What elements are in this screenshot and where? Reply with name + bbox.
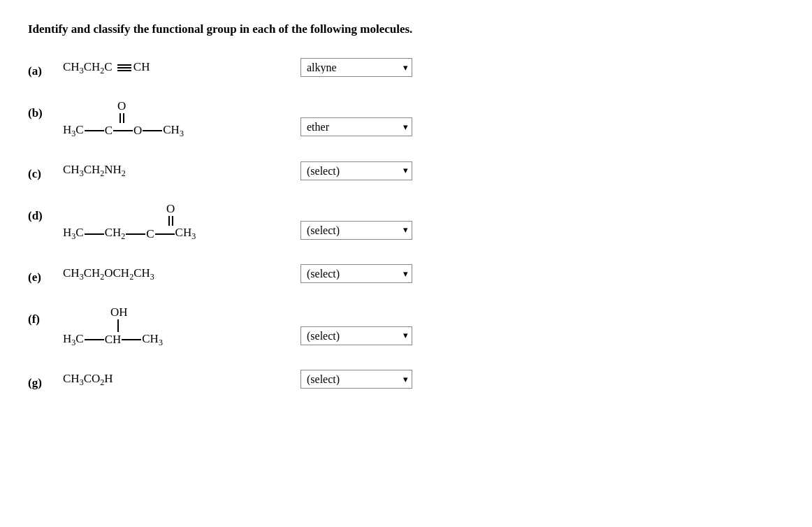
- problem-row-e: (e) CH3CH2OCH2CH3 (select) alkyne alkene…: [28, 264, 784, 284]
- select-a[interactable]: alkyne alkene alcohol ether amine aldehy…: [300, 58, 412, 77]
- molecule-d-bottom: H3C CH2 C CH3: [63, 226, 196, 242]
- select-wrapper-d: (select) alkyne alkene alcohol ether ami…: [300, 221, 412, 240]
- h3c-f: H3C: [63, 332, 84, 348]
- molecule-e: CH3CH2OCH2CH3: [63, 264, 287, 283]
- h3c-b: H3C: [63, 123, 84, 139]
- select-wrapper-f: (select) alkyne alkene alcohol ether ami…: [300, 326, 412, 345]
- h3c-d: H3C: [63, 226, 84, 242]
- dropdown-wrapper-a: alkyne alkene alcohol ether amine aldehy…: [300, 58, 412, 77]
- ch-f: CH: [105, 333, 122, 347]
- ch3-f: CH3: [142, 332, 163, 348]
- molecule-b-bottom: H3C C O CH3: [63, 123, 184, 139]
- ch2-d: CH2: [105, 226, 126, 242]
- dropdown-wrapper-c: (select) alkyne alkene alcohol ether ami…: [300, 161, 412, 180]
- oh-f: OH: [110, 305, 128, 319]
- bond-d1: [85, 233, 104, 235]
- bond-d3: [155, 233, 175, 235]
- dropdown-wrapper-g: (select) alkyne alkene alcohol ether ami…: [300, 370, 412, 389]
- select-e[interactable]: (select) alkyne alkene alcohol ether ami…: [300, 264, 412, 283]
- ch3-d: CH3: [175, 226, 196, 242]
- dropdown-wrapper-d: (select) alkyne alkene alcohol ether ami…: [300, 221, 412, 240]
- label-d: (d): [28, 202, 63, 229]
- bond-d2: [126, 233, 145, 235]
- molecule-b-top: O: [117, 99, 126, 123]
- main-question: Identify and classify the functional gro…: [28, 21, 784, 38]
- select-wrapper-b: ether alkyne alkene alcohol ether amine …: [300, 117, 412, 136]
- molecule-text-g: CH3CO2H: [63, 370, 113, 389]
- oh-bond-f: [117, 319, 119, 332]
- select-f[interactable]: (select) alkyne alkene alcohol ether ami…: [300, 326, 412, 345]
- molecule-f-top: OH: [110, 305, 128, 332]
- problem-row-a: (a) CH3CH2C CH alkyne alkene alcohol eth…: [28, 57, 784, 78]
- molecule-f: OH H3C CH CH3: [63, 305, 287, 348]
- label-g: (g): [28, 369, 63, 390]
- bond-f2: [122, 339, 141, 340]
- molecule-c: CH3CH2NH2: [63, 161, 287, 180]
- molecule-g: CH3CO2H: [63, 370, 287, 389]
- double-bond-vertical-d: [168, 216, 173, 226]
- oxygen-atom: O: [117, 99, 126, 113]
- select-g[interactable]: (select) alkyne alkene alcohol ether ami…: [300, 370, 412, 389]
- select-wrapper-a: alkyne alkene alcohol ether amine aldehy…: [300, 58, 412, 77]
- select-wrapper-c: (select) alkyne alkene alcohol ether ami…: [300, 161, 412, 180]
- molecule-d-top: O: [166, 202, 175, 226]
- label-f: (f): [28, 305, 63, 332]
- double-bond-vertical: [119, 113, 124, 123]
- molecule-d: O H3C CH2 C CH3: [63, 202, 287, 242]
- select-wrapper-g: (select) alkyne alkene alcohol ether ami…: [300, 370, 412, 389]
- carbon-d: C: [146, 227, 154, 241]
- label-b: (b): [28, 99, 63, 126]
- oxygen-b: O: [133, 124, 142, 138]
- select-c[interactable]: (select) alkyne alkene alcohol ether ami…: [300, 161, 412, 180]
- carbon-b: C: [105, 124, 113, 138]
- dropdown-wrapper-b: ether alkyne alkene alcohol ether amine …: [300, 117, 412, 136]
- select-wrapper-e: (select) alkyne alkene alcohol ether ami…: [300, 264, 412, 283]
- ch3-b: CH3: [163, 123, 184, 139]
- bond-f1: [85, 339, 104, 340]
- label-e: (e): [28, 264, 63, 284]
- bond-c-o: [113, 130, 133, 131]
- problem-row-g: (g) CH3CO2H (select) alkyne alkene alcoh…: [28, 369, 784, 390]
- problem-row-c: (c) CH3CH2NH2 (select) alkyne alkene alc…: [28, 160, 784, 181]
- select-d[interactable]: (select) alkyne alkene alcohol ether ami…: [300, 221, 412, 240]
- molecule-f-bottom: H3C CH CH3: [63, 332, 163, 348]
- label-a: (a): [28, 57, 63, 78]
- molecule-a: CH3CH2C CH: [63, 58, 287, 77]
- problem-row-d: (d) O H3C CH2 C CH3 (select) alkyne alke…: [28, 202, 784, 242]
- oxygen-atom-d: O: [166, 202, 175, 216]
- molecule-b: O H3C C O CH3: [63, 99, 287, 139]
- select-b[interactable]: ether alkyne alkene alcohol ether amine …: [300, 117, 412, 136]
- label-c: (c): [28, 160, 63, 181]
- bond-h3c-c: [85, 130, 104, 131]
- molecule-text-e: CH3CH2OCH2CH3: [63, 264, 154, 283]
- bond-o-ch3: [143, 130, 162, 131]
- problem-row-b: (b) O H3C C O CH3 ether alkyne alkene: [28, 99, 784, 139]
- dropdown-wrapper-e: (select) alkyne alkene alcohol ether ami…: [300, 264, 412, 283]
- dropdown-wrapper-f: (select) alkyne alkene alcohol ether ami…: [300, 326, 412, 345]
- problem-row-f: (f) OH H3C CH CH3 (select) alkyne alkene…: [28, 305, 784, 348]
- molecule-text-c: CH3CH2NH2: [63, 161, 126, 180]
- triple-bond-icon: [117, 64, 131, 71]
- molecule-text-a: CH3CH2C CH: [63, 58, 150, 77]
